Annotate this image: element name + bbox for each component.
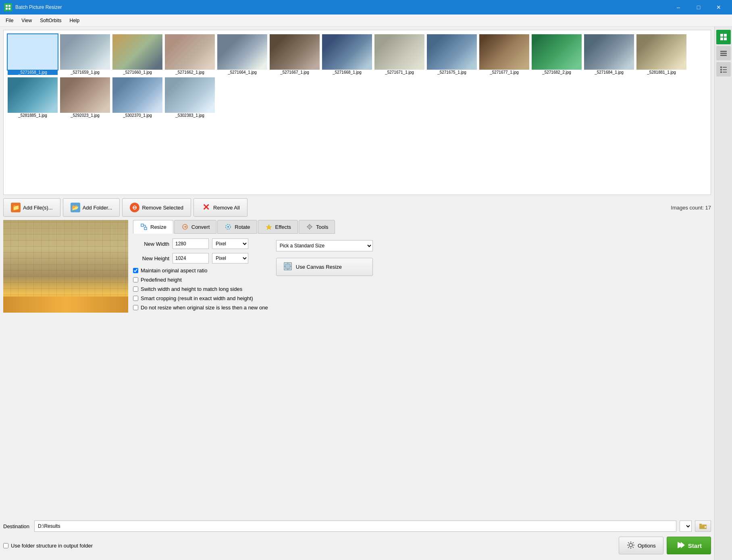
close-button[interactable]: ✕ xyxy=(709,0,728,15)
new-height-label: New Height xyxy=(133,255,169,261)
resize-panel: New Width Pixel Percent Inch Cm New Heig… xyxy=(133,239,711,314)
gallery-item-16[interactable]: _5302370_1.jpg xyxy=(112,77,163,119)
gallery-item-2[interactable]: _5271659_1.jpg xyxy=(59,33,111,76)
predefined-height-row: Predefined height xyxy=(133,277,268,283)
start-icon xyxy=(676,541,685,551)
svg-rect-25 xyxy=(699,524,702,525)
no-resize-row: Do not resize when original size is less… xyxy=(133,305,268,311)
thumb-label-12: _5271684_1.jpg xyxy=(584,70,634,75)
switch-sides-checkbox[interactable] xyxy=(133,286,138,292)
tabs-row: Resize Convert xyxy=(133,220,711,234)
preview-area xyxy=(3,220,128,313)
thumb-label-3: _5271660_1.jpg xyxy=(112,70,162,75)
svg-rect-41 xyxy=(720,37,723,40)
add-folder-button[interactable]: 📂 Add Folder... xyxy=(63,198,120,217)
gallery-item-9[interactable]: _5271675_1.jpg xyxy=(426,33,478,76)
svg-rect-39 xyxy=(720,34,723,37)
gallery-item-11[interactable]: _5271682_2.jpg xyxy=(531,33,582,76)
new-height-unit[interactable]: Pixel Percent Inch Cm xyxy=(212,253,248,263)
menu-softorbits[interactable]: SoftOrbits xyxy=(36,16,65,25)
gallery-item-8[interactable]: _5271671_1.jpg xyxy=(374,33,425,76)
effects-icon xyxy=(265,223,273,231)
smart-crop-checkbox[interactable] xyxy=(133,296,138,301)
maintain-aspect-checkbox[interactable] xyxy=(133,268,138,273)
sidebar-gallery-view-button[interactable] xyxy=(716,30,731,44)
gallery-item-13[interactable]: _5281881_1.jpg xyxy=(636,33,687,76)
maximize-button[interactable]: □ xyxy=(689,0,708,15)
tab-tools[interactable]: Tools xyxy=(299,220,335,234)
tab-effects[interactable]: Effects xyxy=(258,220,298,234)
gallery-item-17[interactable]: _5302383_1.jpg xyxy=(164,77,216,119)
thumb-label-17: _5302383_1.jpg xyxy=(165,113,215,118)
destination-input[interactable] xyxy=(34,521,676,532)
gallery-item-15[interactable]: _5292023_1.jpg xyxy=(59,77,111,119)
svg-rect-0 xyxy=(6,5,8,7)
svg-rect-48 xyxy=(720,69,722,71)
svg-rect-44 xyxy=(720,53,727,54)
canvas-resize-button[interactable]: Use Canvas Resize xyxy=(276,258,373,276)
svg-rect-5 xyxy=(144,227,147,230)
gallery-item-1[interactable]: _5271658_1.jpg xyxy=(7,33,58,76)
gallery-item-14[interactable]: _5281885_1.jpg xyxy=(7,77,58,119)
standard-size-select[interactable]: Pick a Standard Size 800x600 1024x768 12… xyxy=(276,240,373,251)
svg-line-34 xyxy=(633,547,634,548)
svg-marker-38 xyxy=(681,542,685,548)
new-width-unit[interactable]: Pixel Percent Inch Cm xyxy=(212,239,248,249)
new-width-input[interactable] xyxy=(173,239,209,249)
remove-all-icon: ✕ xyxy=(201,203,211,212)
tab-rotate[interactable]: Rotate xyxy=(217,220,257,234)
add-files-icon: 📁 xyxy=(11,203,21,212)
menu-view[interactable]: View xyxy=(17,16,36,25)
start-button[interactable]: Start xyxy=(667,537,711,554)
smart-crop-row: Smart cropping (result in exact width an… xyxy=(133,295,268,301)
switch-sides-label: Switch width and height to match long si… xyxy=(141,286,242,292)
thumb-image-2 xyxy=(60,34,110,70)
svg-rect-46 xyxy=(720,66,722,68)
remove-selected-button[interactable]: ⊖ Remove Selected xyxy=(122,198,191,217)
gallery-item-7[interactable]: _5271668_1.jpg xyxy=(321,33,373,76)
bottom-panel: Resize Convert xyxy=(3,220,711,516)
menu-file[interactable]: File xyxy=(2,16,17,25)
thumb-image-14 xyxy=(8,77,58,113)
add-folder-icon: 📂 xyxy=(71,203,80,212)
destination-browse-button[interactable] xyxy=(695,521,711,532)
svg-point-12 xyxy=(309,226,310,228)
svg-rect-45 xyxy=(720,55,727,56)
resize-icon xyxy=(140,223,148,231)
thumb-label-4: _5271662_1.jpg xyxy=(165,70,215,75)
gallery-item-5[interactable]: _5271664_1.jpg xyxy=(216,33,268,76)
thumb-label-5: _5271664_1.jpg xyxy=(217,70,267,75)
thumb-label-7: _5271668_1.jpg xyxy=(322,70,372,75)
tab-resize[interactable]: Resize xyxy=(133,220,173,234)
remove-all-button[interactable]: ✕ Remove All xyxy=(193,198,247,217)
destination-dropdown[interactable] xyxy=(680,521,692,532)
sidebar-details-view-button[interactable] xyxy=(716,62,731,77)
gallery-item-4[interactable]: _5271662_1.jpg xyxy=(164,33,216,76)
predefined-height-checkbox[interactable] xyxy=(133,277,138,282)
svg-rect-2 xyxy=(6,8,8,10)
tab-convert[interactable]: Convert xyxy=(174,220,217,234)
menu-help[interactable]: Help xyxy=(66,16,84,25)
sidebar-list-view-button[interactable] xyxy=(716,46,731,60)
image-gallery[interactable]: _5271658_1.jpg_5271659_1.jpg_5271660_1.j… xyxy=(3,30,711,195)
thumb-label-16: _5302370_1.jpg xyxy=(112,113,162,118)
gallery-item-10[interactable]: _5271677_1.jpg xyxy=(478,33,530,76)
thumb-image-1 xyxy=(8,34,58,70)
new-height-input[interactable] xyxy=(173,253,209,263)
gallery-item-12[interactable]: _5271684_1.jpg xyxy=(583,33,635,76)
thumb-label-1: _5271658_1.jpg xyxy=(8,70,58,75)
thumb-image-6 xyxy=(270,34,320,70)
convert-icon xyxy=(181,223,189,231)
gallery-item-6[interactable]: _5271667_1.jpg xyxy=(269,33,320,76)
minimize-button[interactable]: – xyxy=(669,0,688,15)
use-folder-checkbox[interactable] xyxy=(3,543,8,548)
gallery-item-3[interactable]: _5271660_1.jpg xyxy=(112,33,163,76)
menubar: File View SoftOrbits Help xyxy=(0,15,732,27)
bottom-bar: Use folder structure in output folder xyxy=(3,534,711,557)
add-files-button[interactable]: 📁 Add File(s)... xyxy=(3,198,60,217)
options-button[interactable]: Options xyxy=(619,537,663,554)
thumb-label-10: _5271677_1.jpg xyxy=(479,70,529,75)
start-label: Start xyxy=(688,542,702,549)
main-area: _5271658_1.jpg_5271659_1.jpg_5271660_1.j… xyxy=(0,27,732,560)
no-resize-checkbox[interactable] xyxy=(133,305,138,310)
